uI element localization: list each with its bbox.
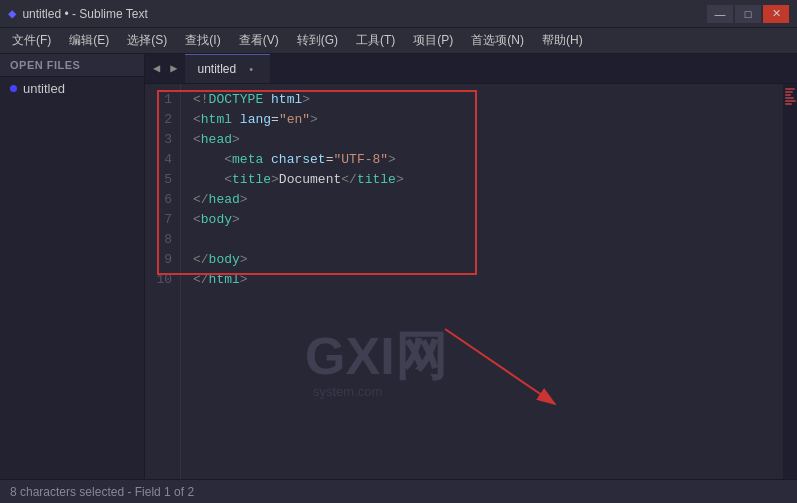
sidebar-header: OPEN FILES [0,54,144,77]
menu-bar: 文件(F)编辑(E)选择(S)查找(I)查看(V)转到(G)工具(T)项目(P)… [0,28,797,54]
line-number: 1 [153,90,172,110]
file-modified-dot [10,85,17,92]
code-line: <head> [193,130,771,150]
code-line: <body> [193,210,771,230]
code-content[interactable]: <!DOCTYPE html> <html lang="en"> <head> … [181,84,783,479]
close-button[interactable]: ✕ [763,5,789,23]
tab-prev-button[interactable]: ◀ [149,59,164,78]
sidebar: OPEN FILES untitled [0,54,145,479]
code-line: <html lang="en"> [193,110,771,130]
tab-next-button[interactable]: ▶ [166,59,181,78]
line-number: 6 [153,190,172,210]
minimap-line [785,94,791,96]
main-area: OPEN FILES untitled ◀ ▶ untitled • [0,54,797,479]
line-number: 5 [153,170,172,190]
minimap-line [785,91,793,93]
minimap-line [785,97,794,99]
sidebar-file-item[interactable]: untitled [0,77,144,100]
tab-bar: ◀ ▶ untitled • [145,54,797,84]
line-number: 8 [153,230,172,250]
editor-area: ◀ ▶ untitled • 1 2 3 4 5 6 7 8 [145,54,797,479]
code-line: </html> [193,270,771,290]
minimap-line [785,103,792,105]
menu-item[interactable]: 工具(T) [348,30,403,51]
menu-item[interactable]: 首选项(N) [463,30,532,51]
tab-label: untitled [197,62,236,76]
code-line: <!DOCTYPE html> [193,90,771,110]
minimize-button[interactable]: — [707,5,733,23]
menu-item[interactable]: 查看(V) [231,30,287,51]
menu-item[interactable]: 帮助(H) [534,30,591,51]
menu-item[interactable]: 查找(I) [177,30,228,51]
status-text: 8 characters selected - Field 1 of 2 [10,485,194,499]
menu-item[interactable]: 文件(F) [4,30,59,51]
line-number: 4 [153,150,172,170]
tab-close-button[interactable]: • [244,62,258,76]
code-line: </head> [193,190,771,210]
app-icon: ◆ [8,5,16,22]
line-number: 9 [153,250,172,270]
code-line: <title>Document</title> [193,170,771,190]
tab-nav-buttons: ◀ ▶ [145,54,185,83]
menu-item[interactable]: 项目(P) [405,30,461,51]
minimap-line [785,100,796,102]
title-bar: ◆ untitled • - Sublime Text — □ ✕ [0,0,797,28]
menu-item[interactable]: 编辑(E) [61,30,117,51]
sidebar-filename: untitled [23,81,65,96]
maximize-button[interactable]: □ [735,5,761,23]
window-title: untitled • - Sublime Text [22,7,701,21]
active-tab[interactable]: untitled • [185,54,270,83]
menu-item[interactable]: 选择(S) [119,30,175,51]
line-number: 2 [153,110,172,130]
status-bar: 8 characters selected - Field 1 of 2 [0,479,797,503]
line-number: 7 [153,210,172,230]
code-line: </body> [193,250,771,270]
minimap [783,84,797,479]
window-controls: — □ ✕ [707,5,789,23]
code-line [193,230,771,250]
line-number: 3 [153,130,172,150]
line-numbers: 1 2 3 4 5 6 7 8 9 10 [145,84,181,479]
line-number: 10 [153,270,172,290]
minimap-line [785,88,795,90]
code-line: <meta charset="UTF-8"> [193,150,771,170]
menu-item[interactable]: 转到(G) [289,30,346,51]
code-area[interactable]: 1 2 3 4 5 6 7 8 9 10 <!DOCTYPE html> <ht… [145,84,797,479]
